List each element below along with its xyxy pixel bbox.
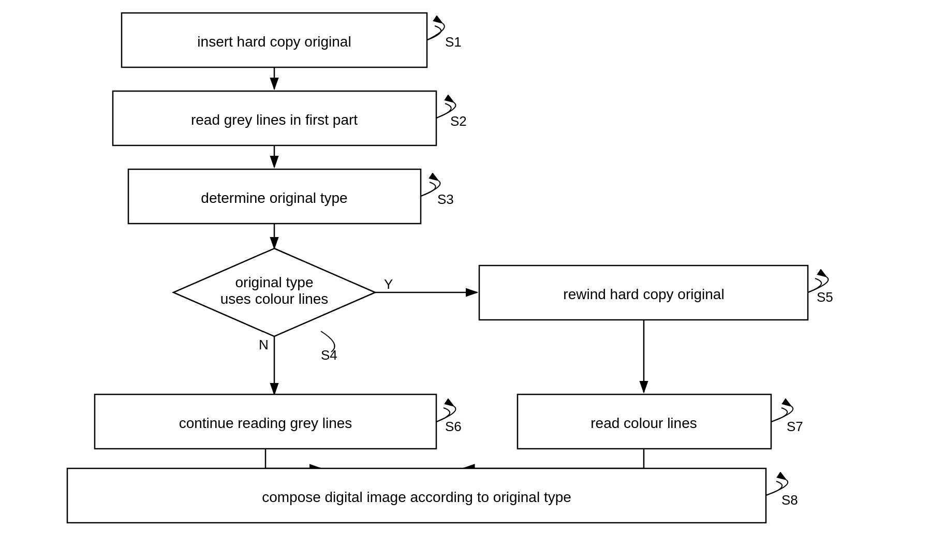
s6-label: continue reading grey lines (179, 415, 352, 431)
n-label: N (259, 337, 269, 352)
s8-label: compose digital image according to origi… (262, 489, 571, 505)
s3-label: determine original type (201, 190, 347, 206)
s4-label-line1: original type (235, 274, 314, 290)
s3-step: S3 (437, 191, 454, 207)
s2-label: read grey lines in first part (191, 112, 358, 128)
s5-label: rewind hard copy original (563, 286, 724, 302)
s1-step: S1 (445, 34, 462, 50)
s7-step: S7 (787, 419, 803, 434)
s4-step: S4 (321, 347, 337, 363)
s5-step: S5 (817, 289, 833, 305)
s2-step: S2 (450, 113, 467, 129)
s7-label: read colour lines (590, 415, 697, 431)
y-label: Y (384, 276, 393, 292)
s4-label-line2: uses colour lines (220, 291, 329, 307)
s8-step: S8 (781, 492, 798, 508)
s6-step: S6 (445, 419, 462, 434)
flowchart: insert hard copy original S1 read grey l… (0, 0, 945, 560)
s1-label: insert hard copy original (197, 34, 351, 50)
